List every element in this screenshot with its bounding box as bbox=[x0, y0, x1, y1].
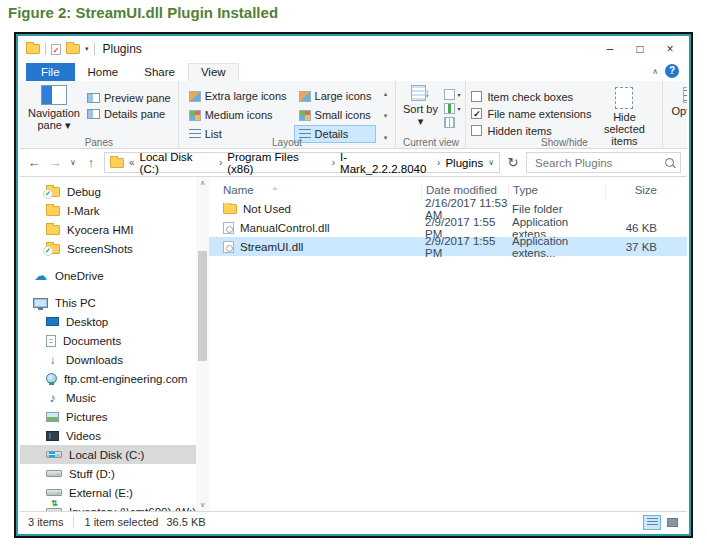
back-icon[interactable]: ← bbox=[26, 155, 42, 170]
up-icon[interactable]: ↑ bbox=[83, 155, 99, 170]
tab-home[interactable]: Home bbox=[75, 63, 132, 81]
divider bbox=[73, 516, 74, 528]
breadcrumb-plugins[interactable]: Plugins bbox=[445, 157, 483, 169]
help-icon[interactable]: ? bbox=[665, 64, 679, 78]
column-header-size[interactable]: Size bbox=[605, 184, 663, 199]
computer-icon bbox=[33, 298, 48, 308]
layout-scroll-down-icon[interactable]: ▾ bbox=[380, 112, 390, 120]
group-by-button[interactable]: ▾ bbox=[444, 89, 460, 100]
videos-icon bbox=[46, 431, 59, 441]
sidebar-item-downloads[interactable]: ↓Downloads bbox=[20, 350, 196, 369]
sidebar-item-videos[interactable]: Videos bbox=[20, 426, 196, 445]
sidebar-item-debug[interactable]: Debug bbox=[20, 182, 196, 201]
qat-customize-caret-icon[interactable]: ▾ bbox=[85, 45, 89, 53]
ribbon-group-panes: Navigation pane ▾ Preview pane Details p… bbox=[20, 81, 179, 148]
collapse-ribbon-icon[interactable]: ∧ bbox=[652, 67, 658, 76]
checkbox-checked-icon: ✓ bbox=[471, 108, 482, 119]
breadcrumb-program-files[interactable]: Program Files (x86) bbox=[227, 151, 327, 175]
document-icon bbox=[46, 335, 56, 347]
hidden-items-checkbox[interactable]: Hidden items bbox=[471, 124, 591, 137]
folder-sync-icon bbox=[46, 244, 60, 254]
large-icons-view-toggle[interactable] bbox=[663, 515, 681, 530]
status-bar: 3 items 1 item selected 36.5 KB bbox=[20, 511, 687, 532]
app-folder-icon bbox=[26, 44, 40, 54]
navigation-pane-button[interactable]: Navigation pane ▾ bbox=[25, 85, 83, 131]
file-list-header: ^ Name Date modified Type Size bbox=[209, 177, 687, 199]
sidebar-item-music[interactable]: ♪Music bbox=[20, 388, 196, 407]
sort-by-button[interactable]: ↓ Sort by ▾ bbox=[401, 85, 439, 127]
scroll-up-icon[interactable]: ∧ bbox=[200, 177, 205, 189]
address-box[interactable]: « Local Disk (C:) › Program Files (x86) … bbox=[104, 152, 500, 173]
size-columns-button[interactable] bbox=[444, 117, 460, 128]
ribbon: Navigation pane ▾ Preview pane Details p… bbox=[20, 81, 687, 149]
sidebar-item-screenshots[interactable]: ScreenShots bbox=[20, 239, 196, 258]
divider bbox=[94, 43, 95, 55]
sidebar-scrollbar[interactable]: ∧ ∨ bbox=[196, 177, 209, 511]
scroll-down-icon[interactable]: ∨ bbox=[200, 499, 205, 511]
minimize-button[interactable]: – bbox=[595, 42, 625, 56]
close-button[interactable]: × bbox=[655, 42, 685, 56]
search-input[interactable] bbox=[533, 156, 661, 170]
extra-large-icons-icon bbox=[189, 91, 201, 102]
sidebar-item-imark[interactable]: I-Mark bbox=[20, 201, 196, 220]
options-icon bbox=[683, 87, 687, 103]
sidebar-item-onedrive[interactable]: ☁OneDrive bbox=[20, 266, 196, 285]
address-dropdown-icon[interactable]: ∨ bbox=[488, 158, 494, 167]
layout-large-icons[interactable]: Large icons bbox=[294, 87, 377, 105]
file-name-extensions-checkbox[interactable]: ✓ File name extensions bbox=[471, 107, 591, 120]
checkbox-icon bbox=[471, 91, 482, 102]
layout-extra-large-icons[interactable]: Extra large icons bbox=[184, 87, 292, 105]
sidebar-item-inventory-w[interactable]: Inventory (\\cmt600) (W:) bbox=[20, 502, 196, 511]
tab-view[interactable]: View bbox=[188, 63, 239, 81]
scrollbar-thumb[interactable] bbox=[198, 251, 207, 361]
sort-by-icon bbox=[411, 85, 426, 101]
sidebar-item-kyocera-hmi[interactable]: Kyocera HMI bbox=[20, 220, 196, 239]
refresh-icon[interactable]: ↻ bbox=[505, 155, 521, 170]
navigation-pane-icon bbox=[41, 85, 67, 105]
details-pane-button[interactable]: Details pane bbox=[87, 107, 171, 120]
options-button[interactable]: Options ▾ bbox=[668, 87, 687, 131]
details-view-toggle[interactable] bbox=[643, 515, 661, 530]
sidebar-item-pictures[interactable]: Pictures bbox=[20, 407, 196, 426]
layout-scroll-up-icon[interactable]: ▴ bbox=[380, 90, 390, 98]
tab-share[interactable]: Share bbox=[131, 63, 188, 81]
main-area: Debug I-Mark Kyocera HMI ScreenShots ☁On… bbox=[20, 177, 687, 511]
items-count: 3 items bbox=[28, 516, 63, 528]
tab-file[interactable]: File bbox=[26, 63, 75, 81]
onedrive-cloud-icon: ☁ bbox=[33, 268, 48, 283]
sidebar-item-local-disk-c[interactable]: Local Disk (C:) bbox=[20, 445, 196, 464]
add-columns-button[interactable]: ▾ bbox=[444, 103, 460, 114]
group-by-icon bbox=[444, 89, 455, 100]
selected-size: 36.5 KB bbox=[166, 516, 205, 528]
sidebar-item-documents[interactable]: Documents bbox=[20, 331, 196, 350]
layout-medium-icons[interactable]: Medium icons bbox=[184, 106, 292, 124]
item-check-boxes-checkbox[interactable]: Item check boxes bbox=[471, 90, 591, 103]
forward-icon[interactable]: → bbox=[47, 155, 63, 170]
sidebar-item-desktop[interactable]: Desktop bbox=[20, 312, 196, 331]
recent-locations-icon[interactable]: ∨ bbox=[68, 158, 78, 167]
breadcrumb-imark[interactable]: I-Mark_2.2.2.8040 bbox=[340, 151, 432, 175]
qat-properties-icon[interactable]: ✓ bbox=[51, 44, 61, 55]
maximize-button[interactable]: □ bbox=[625, 42, 655, 56]
preview-pane-button[interactable]: Preview pane bbox=[87, 91, 171, 104]
sidebar-item-stuff-d[interactable]: Stuff (D:) bbox=[20, 464, 196, 483]
sort-ascending-icon: ^ bbox=[273, 185, 277, 194]
breadcrumb-local-disk[interactable]: Local Disk (C:) bbox=[140, 151, 214, 175]
layout-small-icons[interactable]: Small icons bbox=[294, 106, 377, 124]
column-header-type[interactable]: Type bbox=[508, 184, 605, 199]
medium-icons-icon bbox=[189, 110, 201, 121]
chevron-right-icon: › bbox=[219, 157, 222, 168]
qat-new-folder-icon[interactable] bbox=[66, 44, 80, 54]
sidebar-item-this-pc[interactable]: This PC bbox=[20, 293, 196, 312]
scrollbar-track[interactable] bbox=[196, 189, 209, 499]
sidebar-item-external-e[interactable]: External (E:) bbox=[20, 483, 196, 502]
titlebar: ✓ ▾ Plugins – □ × bbox=[20, 38, 687, 60]
file-row-streamui-dll[interactable]: StreamUI.dll 2/9/2017 1:55 PM Applicatio… bbox=[209, 237, 687, 256]
music-note-icon: ♪ bbox=[46, 391, 59, 405]
column-header-date-modified[interactable]: Date modified bbox=[421, 184, 508, 199]
search-icon[interactable] bbox=[665, 158, 674, 167]
preview-pane-icon bbox=[87, 93, 100, 103]
column-header-name[interactable]: ^ Name bbox=[209, 184, 421, 199]
sidebar-item-ftp[interactable]: ftp.cmt-engineering.com bbox=[20, 369, 196, 388]
large-icons-icon bbox=[299, 91, 311, 102]
